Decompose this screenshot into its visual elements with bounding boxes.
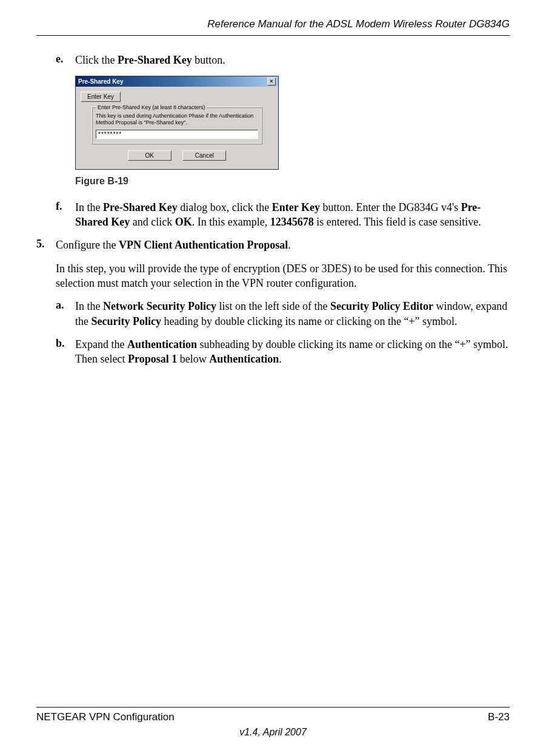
tb: Security Policy [92,315,161,327]
t: Expand the [75,338,127,350]
page-number: B-23 [488,711,510,723]
footer-rule [36,707,510,707]
tb: 12345678 [270,216,314,228]
step-a: a. In the Network Security Policy list o… [56,299,510,329]
dialog-body: Enter Key Enter Pre-Shared Key (at least… [76,87,278,169]
footer-section-title: NETGEAR VPN Configuration [36,711,175,723]
t: below [177,353,209,365]
preshared-key-dialog: Pre-Shared Key × Enter Key Enter Pre-Sha… [75,76,279,170]
step-b-marker: b. [56,337,75,367]
page-footer: NETGEAR VPN Configuration B-23 v1.4, Apr… [36,707,510,738]
step-5: 5. Configure the VPN Client Authenticati… [36,238,510,252]
t: . In this example, [192,216,270,228]
ok-button[interactable]: OK [128,150,171,161]
footer-version: v1.4, April 2007 [36,727,510,738]
preshared-key-input[interactable] [96,130,258,139]
tb: Security Policy Editor [330,300,433,312]
tb: VPN Client Authentication Proposal [119,239,288,251]
cancel-button[interactable]: Cancel [182,150,226,161]
step-e-body: Click the Pre-Shared Key button. [75,53,510,67]
t: . [279,353,282,365]
text: button. [192,54,225,66]
step-b-body: Expand the Authentication subheading by … [75,337,510,367]
t: In the [75,201,103,213]
tb: Authentication [209,353,279,365]
tb: Enter Key [272,201,320,213]
groupbox: Enter Pre-Shared Key (at least 8 charact… [92,107,262,144]
step-f-body: In the Pre-Shared Key dialog box, click … [75,200,510,230]
enter-key-button[interactable]: Enter Key [81,92,121,102]
step-a-body: In the Network Security Policy list on t… [75,299,510,329]
tb: Pre-Shared Key [103,201,178,213]
t: list on the left side of the [216,300,330,312]
t: button. Enter the DG834G v4's [320,201,461,213]
groupbox-label: Enter Pre-Shared Key (at least 8 charact… [96,104,207,110]
t: In the [75,300,103,312]
t: Configure the [56,239,119,251]
text-bold: Pre-Shared Key [118,54,192,66]
tb: Network Security Policy [103,300,216,312]
figure-caption: Figure B-19 [75,176,510,187]
step-a-marker: a. [56,299,75,329]
t: dialog box, click the [178,201,272,213]
step-5-marker: 5. [36,238,56,252]
tb: OK [175,216,192,228]
t: heading by double clicking its name or c… [161,315,458,327]
tb: Authentication [127,338,197,350]
t: and click [130,216,175,228]
step-b: b. Expand the Authentication subheading … [56,337,510,367]
text: Click the [75,54,118,66]
tb: Proposal 1 [128,353,177,365]
dialog-button-row: OK Cancel [81,150,273,161]
step-5-body: Configure the VPN Client Authentication … [56,238,510,252]
running-header: Reference Manual for the ADSL Modem Wire… [36,18,510,36]
t: is entered. This field is case sensitive… [314,216,481,228]
step-e: e. Click the Pre-Shared Key button. [56,53,510,67]
dialog-titlebar: Pre-Shared Key × [76,76,278,87]
figure-b19-image: Pre-Shared Key × Enter Key Enter Pre-Sha… [75,76,510,170]
t: . [288,239,291,251]
groupbox-text: This key is used during Authentication P… [96,113,258,126]
dialog-title: Pre-Shared Key [78,78,123,85]
step-5-paragraph: In this step, you will provide the type … [56,261,510,291]
step-f-marker: f. [56,200,75,230]
step-e-marker: e. [56,53,75,67]
step-f: f. In the Pre-Shared Key dialog box, cli… [56,200,510,230]
close-icon[interactable]: × [267,78,276,85]
